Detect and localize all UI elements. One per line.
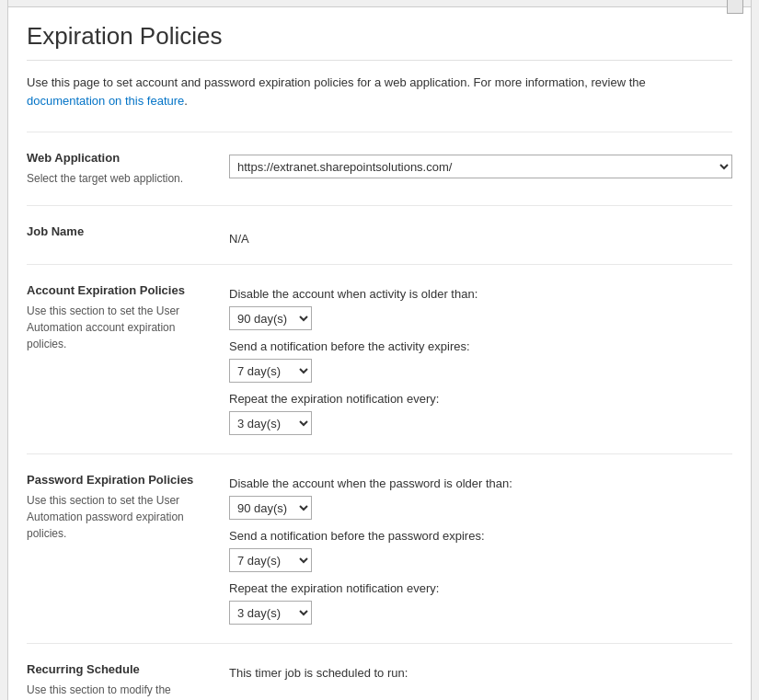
sections-container: Web Application Select the target web ap… [27, 132, 732, 700]
timer-label: This timer job is scheduled to run: [229, 666, 732, 680]
web-application-select[interactable]: https://extranet.sharepointsolutions.com… [229, 155, 732, 178]
account-expiration-left: Account Expiration Policies Use this sec… [27, 283, 211, 435]
page-title: Expiration Policies [27, 22, 732, 61]
account-repeat-select[interactable]: 3 day(s) 1 day(s) 7 day(s) [229, 411, 312, 435]
password-notification-label: Send a notification before the password … [229, 529, 732, 543]
password-disable-select[interactable]: 90 day(s) 60 day(s) 30 day(s) [229, 496, 312, 520]
account-expiration-section: Account Expiration Policies Use this sec… [27, 264, 732, 453]
account-expiration-desc: Use this section to set the User Automat… [27, 303, 211, 352]
account-disable-select-wrapper: 90 day(s) 60 day(s) 30 day(s) [229, 306, 732, 330]
account-notification-group: Send a notification before the activity … [229, 339, 732, 383]
recurring-schedule-desc: Use this section to modify the schedule … [27, 682, 211, 700]
description-block: Use this page to set account and passwor… [27, 74, 732, 109]
account-expiration-right: Disable the account when activity is old… [229, 283, 732, 435]
top-bar-button[interactable] [727, 0, 743, 14]
account-disable-select[interactable]: 90 day(s) 60 day(s) 30 day(s) [229, 306, 312, 330]
web-application-section: Web Application Select the target web ap… [27, 132, 732, 205]
recurring-schedule-section: Recurring Schedule Use this section to m… [27, 643, 732, 700]
password-notification-select-wrapper: 7 day(s) 3 day(s) 1 day(s) [229, 548, 732, 572]
password-repeat-select[interactable]: 3 day(s) 1 day(s) 7 day(s) [229, 601, 312, 625]
password-expiration-title: Password Expiration Policies [27, 473, 211, 487]
job-name-right: N/A [229, 224, 732, 246]
account-disable-label: Disable the account when activity is old… [229, 287, 732, 301]
description-text: Use this page to set account and passwor… [27, 75, 646, 89]
job-name-section: Job Name N/A [27, 205, 732, 264]
password-disable-group: Disable the account when the password is… [229, 476, 732, 520]
web-application-title: Web Application [27, 151, 211, 165]
account-notification-select-wrapper: 7 day(s) 3 day(s) 1 day(s) [229, 359, 732, 383]
page-container: Expiration Policies Use this page to set… [7, 0, 752, 700]
password-disable-label: Disable the account when the password is… [229, 476, 732, 490]
password-notification-select[interactable]: 7 day(s) 3 day(s) 1 day(s) [229, 548, 312, 572]
password-expiration-desc: Use this section to set the User Automat… [27, 492, 211, 542]
account-repeat-group: Repeat the expiration notification every… [229, 392, 732, 435]
password-expiration-left: Password Expiration Policies Use this se… [27, 473, 211, 625]
account-disable-group: Disable the account when activity is old… [229, 287, 732, 330]
web-application-right: https://extranet.sharepointsolutions.com… [229, 151, 732, 187]
recurring-schedule-title: Recurring Schedule [27, 662, 211, 676]
recurring-schedule-left: Recurring Schedule Use this section to m… [27, 662, 211, 700]
password-repeat-select-wrapper: 3 day(s) 1 day(s) 7 day(s) [229, 601, 732, 625]
content-area: Expiration Policies Use this page to set… [8, 7, 751, 700]
job-name-value: N/A [229, 228, 732, 246]
job-name-title: Job Name [27, 224, 211, 238]
password-disable-select-wrapper: 90 day(s) 60 day(s) 30 day(s) [229, 496, 732, 520]
password-repeat-group: Repeat the expiration notification every… [229, 581, 732, 625]
account-repeat-label: Repeat the expiration notification every… [229, 392, 732, 406]
account-notification-label: Send a notification before the activity … [229, 339, 732, 353]
password-notification-group: Send a notification before the password … [229, 529, 732, 572]
job-name-left: Job Name [27, 224, 211, 246]
top-bar [8, 0, 751, 7]
recurring-schedule-right: This timer job is scheduled to run: Minu… [229, 662, 732, 700]
account-notification-select[interactable]: 7 day(s) 3 day(s) 1 day(s) [229, 359, 312, 383]
password-repeat-label: Repeat the expiration notification every… [229, 581, 732, 595]
documentation-link[interactable]: documentation on this feature [27, 94, 184, 108]
web-application-desc: Select the target web appliction. [27, 170, 211, 187]
account-expiration-title: Account Expiration Policies [27, 283, 211, 297]
account-repeat-select-wrapper: 3 day(s) 1 day(s) 7 day(s) [229, 411, 732, 435]
password-expiration-section: Password Expiration Policies Use this se… [27, 453, 732, 643]
password-expiration-right: Disable the account when the password is… [229, 473, 732, 625]
web-application-left: Web Application Select the target web ap… [27, 151, 211, 187]
